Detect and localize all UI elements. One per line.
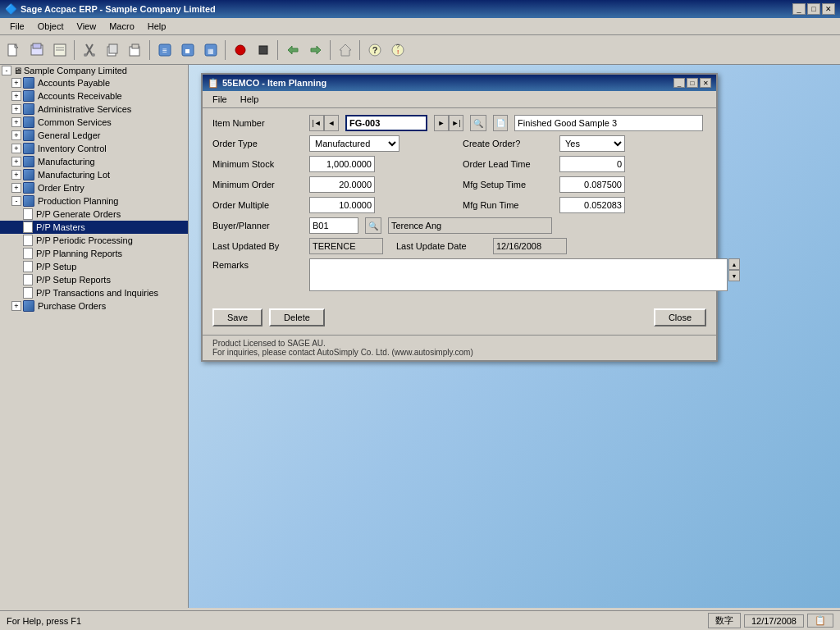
toolbar-btn-3[interactable] — [49, 39, 71, 61]
menu-object[interactable]: Object — [31, 20, 71, 33]
sidebar-item-pp-transactions[interactable]: P/P Transactions and Inquiries — [0, 286, 188, 299]
sidebar-item-pp-masters[interactable]: P/P Masters — [0, 221, 188, 234]
mfg-lot-expander[interactable]: + — [11, 170, 21, 180]
toolbar-btn-copy[interactable] — [102, 39, 123, 61]
order-multiple-input[interactable] — [309, 197, 375, 213]
toolbar-btn-7[interactable] — [282, 39, 304, 61]
dialog-close-title[interactable]: ✕ — [700, 78, 711, 88]
remarks-label: Remarks — [212, 258, 303, 270]
order-lead-time-input[interactable] — [559, 156, 625, 172]
nav-last[interactable]: ►| — [449, 115, 463, 131]
nav-first[interactable]: |◄ — [309, 115, 324, 131]
toolbar-btn-cut[interactable] — [79, 39, 100, 61]
menu-view[interactable]: View — [71, 20, 103, 33]
sidebar-item-inventory[interactable]: + Inventory Control — [0, 142, 188, 155]
minimize-button[interactable]: _ — [792, 3, 806, 15]
buyer-planner-search-btn[interactable]: 🔍 — [365, 217, 381, 234]
sidebar-item-purchase[interactable]: + Purchase Orders — [0, 299, 188, 313]
dialog-title: 📋 55EMCO - Item Planning — [208, 78, 326, 89]
common-expander[interactable]: + — [11, 117, 21, 127]
remarks-textarea[interactable] — [309, 258, 728, 291]
order-expander[interactable]: + — [11, 183, 21, 193]
close-button[interactable]: Close — [654, 308, 706, 326]
app-icon: 🔷 — [5, 3, 17, 15]
toolbar-btn-about[interactable]: ?! — [387, 39, 409, 61]
dialog-minimize[interactable]: _ — [673, 78, 685, 88]
toolbar-btn-home[interactable] — [335, 39, 356, 61]
sidebar-item-pp-setup[interactable]: P/P Setup — [0, 260, 188, 273]
gl-expander[interactable]: + — [11, 130, 21, 140]
sidebar-item-pp-setup-reports[interactable]: P/P Setup Reports — [0, 273, 188, 286]
production-expander[interactable]: - — [11, 196, 21, 206]
order-type-select[interactable]: Manufactured Purchased Phantom — [309, 135, 399, 152]
mfg-expander[interactable]: + — [11, 157, 21, 167]
sidebar-item-mfg-lot[interactable]: + Manufacturing Lot — [0, 168, 188, 181]
company-expander[interactable]: - — [2, 66, 11, 75]
sidebar-company[interactable]: - 🖥 Sample Company Limited — [0, 65, 188, 76]
inventory-expander[interactable]: + — [11, 144, 21, 153]
menu-macro[interactable]: Macro — [103, 20, 141, 33]
item-search-btn[interactable]: 🔍 — [470, 115, 486, 131]
svg-rect-3 — [33, 43, 41, 48]
sidebar-item-mfg[interactable]: + Manufacturing — [0, 155, 188, 168]
sidebar-item-admin[interactable]: + Administrative Services — [0, 103, 188, 116]
item-doc-btn[interactable]: 📄 — [493, 115, 508, 131]
item-number-row: Item Number |◄ ◄ ► ►| 🔍 📄 — [212, 115, 706, 131]
svg-text:?: ? — [372, 45, 378, 55]
toolbar-btn-5[interactable]: ⏹ — [177, 39, 199, 61]
toolbar-btn-paste[interactable] — [125, 39, 146, 61]
accounts-payable-expander[interactable]: + — [11, 78, 21, 88]
sidebar-item-pp-planning[interactable]: P/P Planning Reports — [0, 247, 188, 260]
toolbar-btn-record[interactable] — [230, 39, 251, 61]
nav-prev[interactable]: ◄ — [324, 115, 339, 131]
sidebar-item-gl[interactable]: + General Ledger — [0, 129, 188, 142]
sidebar-item-common[interactable]: + Common Services — [0, 116, 188, 129]
mfg-run-time-input[interactable] — [559, 197, 625, 213]
two-col-layout: Order Type Manufactured Purchased Phanto… — [212, 135, 706, 217]
mfg-setup-time-input[interactable] — [559, 176, 625, 193]
toolbar-sep-4 — [277, 40, 279, 60]
dialog-maximize[interactable]: □ — [687, 78, 698, 88]
buyer-planner-code-input[interactable] — [309, 217, 358, 234]
create-order-row: Create Order? Yes No — [463, 135, 706, 152]
item-number-input[interactable] — [345, 115, 427, 131]
toolbar-btn-help[interactable]: ? — [364, 39, 386, 61]
last-update-date-label: Last Update Date — [396, 241, 486, 251]
menu-bar: File Object View Macro Help — [0, 18, 840, 35]
menu-file[interactable]: File — [3, 20, 31, 33]
dialog-menu-file[interactable]: File — [206, 93, 234, 106]
toolbar-btn-1[interactable] — [3, 39, 25, 61]
pp-periodic-icon — [23, 235, 33, 246]
sidebar-item-accounts-receivable[interactable]: + Accounts Receivable — [0, 89, 188, 103]
sidebar-item-accounts-payable[interactable]: + Accounts Payable — [0, 76, 188, 89]
item-description-input[interactable] — [514, 115, 703, 131]
sidebar-item-production[interactable]: - Production Planning — [0, 194, 188, 208]
toolbar-btn-2[interactable] — [26, 39, 48, 61]
remarks-scroll-up[interactable]: ▲ — [728, 258, 740, 270]
close-button[interactable]: ✕ — [822, 3, 835, 15]
toolbar-btn-6[interactable]: ▦ — [200, 39, 221, 61]
nav-next[interactable]: ► — [434, 115, 449, 131]
dialog-menu-help[interactable]: Help — [234, 93, 266, 106]
buyer-planner-label: Buyer/Planner — [212, 221, 303, 231]
admin-expander[interactable]: + — [11, 104, 21, 114]
order-multiple-row: Order Multiple — [212, 197, 456, 213]
minimum-order-input[interactable] — [309, 176, 375, 193]
delete-button[interactable]: Delete — [269, 308, 325, 326]
purchase-expander[interactable]: + — [11, 301, 21, 311]
remarks-scroll-down[interactable]: ▼ — [728, 270, 740, 281]
toolbar-btn-stop[interactable] — [253, 39, 274, 61]
minimum-stock-input[interactable] — [309, 156, 375, 172]
create-order-select[interactable]: Yes No — [559, 135, 625, 152]
svg-text:!: ! — [397, 48, 399, 56]
toolbar-btn-8[interactable] — [305, 39, 326, 61]
sidebar-item-pp-generate[interactable]: P/P Generate Orders — [0, 208, 188, 221]
sidebar-item-order[interactable]: + Order Entry — [0, 181, 188, 194]
toolbar-sep-3 — [225, 40, 226, 60]
sidebar-item-pp-periodic[interactable]: P/P Periodic Processing — [0, 234, 188, 247]
maximize-button[interactable]: □ — [807, 3, 820, 15]
accounts-receivable-expander[interactable]: + — [11, 91, 21, 101]
toolbar-btn-4[interactable]: ≡ — [154, 39, 176, 61]
save-button[interactable]: Save — [212, 308, 262, 326]
menu-help[interactable]: Help — [141, 20, 173, 33]
